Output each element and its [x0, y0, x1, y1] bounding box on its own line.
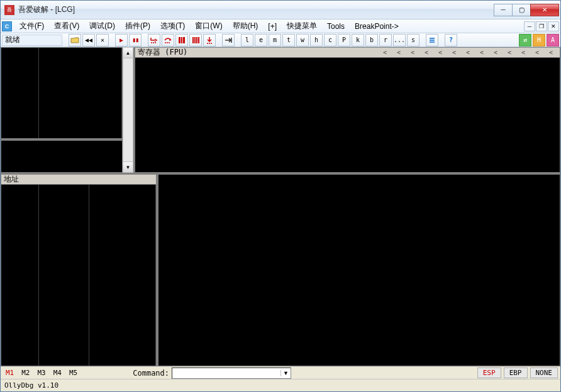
m3-tab[interactable]: M3: [35, 368, 48, 378]
svg-point-2: [155, 42, 156, 43]
menu-plugins[interactable]: 插件(P): [120, 19, 155, 33]
menubar: C 文件(F) 查看(V) 调试(D) 插件(P) 选项(T) 窗口(W) 帮助…: [1, 19, 560, 33]
chevron-left-icon[interactable]: <: [545, 49, 557, 56]
m2-tab[interactable]: M2: [19, 368, 32, 378]
disassembly-view[interactable]: [1, 47, 123, 139]
statusbar: OllyDbg v1.10: [1, 379, 560, 391]
mdi-close-button[interactable]: ✕: [548, 21, 559, 31]
list-icon[interactable]: [426, 34, 438, 46]
w-button[interactable]: w: [296, 34, 309, 46]
maximize-button[interactable]: ▢: [512, 4, 531, 16]
s-button[interactable]: s: [407, 34, 419, 46]
svg-point-13: [207, 43, 208, 44]
more-button[interactable]: ...: [393, 34, 406, 46]
chevron-left-icon[interactable]: <: [503, 49, 516, 56]
svg-rect-12: [198, 37, 199, 43]
trace-into-button[interactable]: [175, 34, 188, 46]
scroll-down-icon[interactable]: ▼: [123, 161, 133, 172]
step-into-button[interactable]: [148, 34, 160, 46]
b-button[interactable]: b: [365, 34, 378, 46]
svg-rect-11: [196, 37, 197, 43]
menu-breakpoint[interactable]: BreakPoint->: [350, 21, 404, 32]
r-button[interactable]: r: [379, 34, 392, 46]
menu-plus[interactable]: [+]: [263, 21, 282, 32]
chevron-left-icon[interactable]: <: [406, 49, 419, 56]
chevron-left-icon[interactable]: <: [448, 49, 460, 56]
chevron-left-icon[interactable]: <: [392, 49, 405, 56]
svg-rect-9: [192, 37, 194, 43]
orange-tool-button[interactable]: H: [533, 34, 545, 46]
chevron-left-icon[interactable]: <: [475, 49, 488, 56]
chevron-left-icon[interactable]: <: [379, 49, 391, 56]
window-buttons: ─ ▢ ✕: [494, 4, 559, 16]
pink-tool-button[interactable]: A: [547, 34, 559, 46]
chevron-left-icon[interactable]: <: [517, 49, 530, 56]
menu-help[interactable]: 帮助(H): [228, 19, 264, 33]
svg-point-0: [151, 42, 152, 43]
help-icon[interactable]: ?: [445, 34, 457, 46]
status-ready: 就绪: [2, 35, 62, 46]
app-window: 吾 吾爱破解 - [LCG] ─ ▢ ✕ C 文件(F) 查看(V) 调试(D)…: [0, 0, 561, 392]
green-tool-button[interactable]: ⇄: [519, 34, 531, 46]
m1-tab[interactable]: M1: [3, 368, 16, 378]
scroll-up-icon[interactable]: ▲: [123, 48, 133, 58]
chevron-left-icon[interactable]: <: [531, 49, 543, 56]
restart-button[interactable]: ◀◀: [82, 34, 95, 46]
step-over-button[interactable]: [162, 34, 174, 46]
svg-point-5: [169, 42, 170, 43]
t-button[interactable]: t: [282, 34, 295, 46]
none-button[interactable]: NONE: [530, 368, 558, 378]
m5-tab[interactable]: M5: [67, 368, 80, 378]
menu-file[interactable]: 文件(F): [14, 19, 49, 33]
chevron-left-icon[interactable]: <: [420, 49, 433, 56]
run-button[interactable]: ▶: [115, 34, 128, 46]
execute-till-button[interactable]: [203, 34, 216, 46]
minimize-button[interactable]: ─: [494, 4, 513, 16]
registers-header[interactable]: 寄存器 (FPU) < < < < < < < < < < < < <: [135, 47, 560, 58]
titlebar: 吾 吾爱破解 - [LCG] ─ ▢ ✕: [1, 1, 560, 19]
goto-button[interactable]: [222, 34, 235, 46]
top-row: ▲ ▼ 寄存器 (FPU) < < < < < < < < < < < <: [1, 47, 560, 173]
svg-rect-10: [194, 37, 196, 43]
registers-view[interactable]: [135, 58, 560, 173]
chevron-left-icon[interactable]: <: [489, 49, 502, 56]
chevron-left-icon[interactable]: <: [462, 49, 474, 56]
e-button[interactable]: e: [255, 34, 267, 46]
m-button[interactable]: m: [269, 34, 281, 46]
close-prog-button[interactable]: ✕: [96, 34, 109, 46]
m4-tab[interactable]: M4: [51, 368, 64, 378]
c-button[interactable]: c: [324, 34, 336, 46]
chevron-left-icon[interactable]: <: [434, 49, 447, 56]
open-button[interactable]: [69, 34, 81, 46]
svg-point-1: [153, 42, 154, 43]
disasm-scrollbar[interactable]: ▲ ▼: [123, 47, 133, 173]
k-button[interactable]: k: [352, 34, 364, 46]
stack-pane[interactable]: [158, 174, 560, 366]
command-input[interactable]: ▼: [172, 368, 291, 379]
esp-button[interactable]: ESP: [477, 368, 501, 378]
ebp-button[interactable]: EBP: [504, 368, 528, 378]
svg-point-14: [209, 43, 210, 44]
mdi-restore-button[interactable]: ❐: [536, 21, 547, 31]
mdi-icon[interactable]: C: [2, 21, 12, 31]
dump-view[interactable]: [1, 185, 157, 366]
command-dropdown-icon[interactable]: ▼: [280, 370, 291, 376]
dump-pane: 地址: [1, 174, 157, 366]
trace-over-button[interactable]: [189, 34, 202, 46]
svg-rect-6: [179, 37, 181, 43]
info-pane[interactable]: [1, 140, 123, 173]
menu-debug[interactable]: 调试(D): [84, 19, 120, 33]
l-button[interactable]: l: [241, 34, 253, 46]
svg-rect-7: [181, 37, 182, 43]
mdi-minimize-button[interactable]: ─: [524, 21, 535, 31]
patches-button[interactable]: P: [338, 34, 350, 46]
menu-window[interactable]: 窗口(W): [190, 19, 227, 33]
menu-view[interactable]: 查看(V): [49, 19, 84, 33]
menu-tools[interactable]: Tools: [322, 21, 350, 32]
menu-options[interactable]: 选项(T): [155, 19, 190, 33]
close-button[interactable]: ✕: [530, 4, 559, 16]
menu-quickmenu[interactable]: 快捷菜单: [282, 19, 322, 33]
h-button[interactable]: h: [310, 34, 323, 46]
dump-header[interactable]: 地址: [1, 174, 157, 185]
pause-button[interactable]: ▮▮: [129, 34, 142, 46]
